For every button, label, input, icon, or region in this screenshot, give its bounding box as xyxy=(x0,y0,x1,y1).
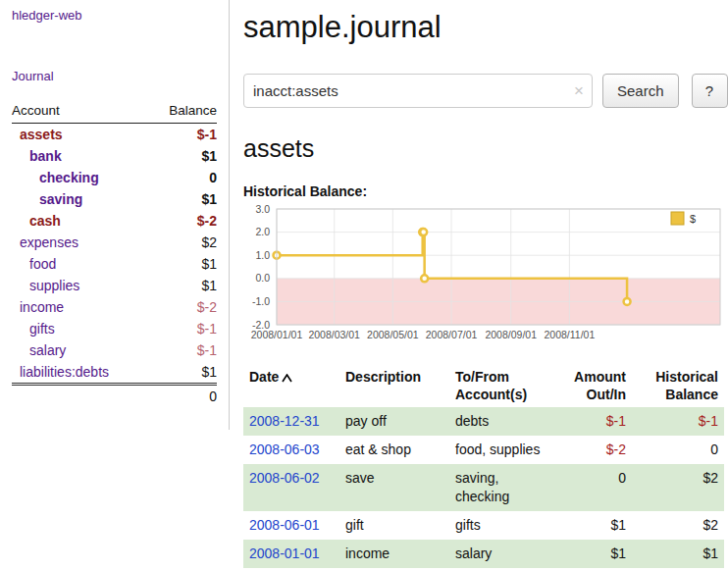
legend-swatch xyxy=(671,212,684,225)
historical-balance-chart: 3.02.01.00.0-1.0-2.02008/01/012008/03/01… xyxy=(243,203,728,352)
register-header-date[interactable]: Date xyxy=(243,364,339,407)
account-link[interactable]: cash xyxy=(29,213,61,229)
chart-legend: $ xyxy=(667,210,718,230)
account-link[interactable]: expenses xyxy=(20,234,78,250)
svg-text:-1.0: -1.0 xyxy=(252,295,270,307)
account-link[interactable]: saving xyxy=(39,191,82,207)
account-link[interactable]: bank xyxy=(29,148,62,164)
accounts-table: Account Balance assets$-1bank$1checking0… xyxy=(12,99,217,407)
transaction-balance: $2 xyxy=(632,511,724,540)
account-row: salary$-1 xyxy=(12,339,217,361)
account-link[interactable]: checking xyxy=(39,170,99,185)
transaction-date-cell: 2008-06-01 xyxy=(243,511,339,540)
transaction-date-link[interactable]: 2008-12-31 xyxy=(249,413,320,429)
svg-text:2008/01/01: 2008/01/01 xyxy=(251,329,303,340)
transaction-date-cell: 2008-12-31 xyxy=(243,407,339,436)
historical-balance-chart-svg: 3.02.01.00.0-1.0-2.02008/01/012008/03/01… xyxy=(243,203,724,348)
accounts-header-row: Account Balance xyxy=(12,99,217,124)
account-name-cell: cash xyxy=(12,210,149,232)
account-balance: $-1 xyxy=(149,124,217,146)
transaction-balance: $-1 xyxy=(632,407,724,436)
transaction-accounts: salary xyxy=(449,540,551,568)
search-button[interactable]: Search xyxy=(602,74,679,108)
accounts-total-row: 0 xyxy=(12,385,217,408)
svg-text:0.0: 0.0 xyxy=(255,272,270,284)
main-content: sample.journal × Search ? assets Histori… xyxy=(229,0,728,568)
account-row: supplies$1 xyxy=(12,275,217,296)
transaction-amount: $1 xyxy=(551,511,632,540)
account-heading: assets xyxy=(243,134,728,163)
account-row: assets$-1 xyxy=(12,124,217,146)
account-link[interactable]: assets xyxy=(20,127,63,142)
transaction-amount: $1 xyxy=(551,540,632,568)
transaction-date-link[interactable]: 2008-06-02 xyxy=(249,470,320,486)
svg-text:2008/07/01: 2008/07/01 xyxy=(426,329,478,340)
transaction-balance: $2 xyxy=(632,464,724,511)
account-link[interactable]: income xyxy=(20,299,64,315)
transaction-description: eat & shop xyxy=(339,436,449,464)
account-row: checking0 xyxy=(12,167,217,188)
transaction-date-cell: 2008-06-02 xyxy=(243,464,339,511)
account-name-cell: gifts xyxy=(12,318,149,339)
account-row: expenses$2 xyxy=(12,232,217,253)
transaction-accounts: food, supplies xyxy=(449,436,551,464)
accounts-table-body: assets$-1bank$1checking0saving$1cash$-2e… xyxy=(12,124,217,385)
register-row: 2008-06-03eat & shopfood, supplies$-20 xyxy=(243,436,724,464)
account-name-cell: checking xyxy=(12,167,149,188)
svg-text:2008/05/01: 2008/05/01 xyxy=(367,329,419,340)
sort-ascending-icon xyxy=(282,369,292,387)
account-balance: $2 xyxy=(149,232,217,253)
account-balance: $-1 xyxy=(149,339,217,361)
transaction-balance: $1 xyxy=(632,540,724,568)
account-link[interactable]: food xyxy=(29,256,56,272)
svg-text:2008/03/01: 2008/03/01 xyxy=(308,329,360,340)
accounts-header-balance: Balance xyxy=(149,99,217,124)
account-row: bank$1 xyxy=(12,145,217,167)
register-table-body: 2008-12-31pay offdebts$-1$-12008-06-03ea… xyxy=(243,407,724,567)
transaction-description: save xyxy=(339,464,449,511)
account-name-cell: liabilities:debts xyxy=(12,361,149,385)
register-row: 2008-12-31pay offdebts$-1$-1 xyxy=(243,407,724,436)
search-input-wrap: × xyxy=(243,74,593,108)
account-link[interactable]: gifts xyxy=(29,321,55,337)
transaction-amount: 0 xyxy=(551,464,632,511)
register-header-description: Description xyxy=(339,364,449,407)
page-title: sample.journal xyxy=(243,10,728,45)
register-row: 2008-01-01incomesalary$1$1 xyxy=(243,540,724,568)
account-name-cell: supplies xyxy=(12,275,149,296)
account-row: food$1 xyxy=(12,253,217,275)
account-link[interactable]: supplies xyxy=(29,278,79,293)
svg-text:2.0: 2.0 xyxy=(255,226,270,237)
clear-search-icon[interactable]: × xyxy=(574,80,584,100)
app-title-link[interactable]: hledger-web xyxy=(12,8,217,23)
transaction-date-link[interactable]: 2008-01-01 xyxy=(249,545,320,561)
account-balance: $1 xyxy=(149,361,217,385)
account-balance: $1 xyxy=(149,145,217,167)
account-balance: $1 xyxy=(149,253,217,275)
help-button[interactable]: ? xyxy=(692,74,728,108)
search-input[interactable] xyxy=(243,74,593,108)
account-link[interactable]: salary xyxy=(29,342,66,358)
transaction-date-link[interactable]: 2008-06-01 xyxy=(249,517,320,533)
transaction-accounts: gifts xyxy=(449,511,551,540)
register-header-date-label: Date xyxy=(249,369,279,385)
register-header-row: Date Description To/From Account(s) Amou… xyxy=(243,364,724,407)
register-header-amount: Amount Out/In xyxy=(551,364,632,407)
sidebar: hledger-web Journal Account Balance asse… xyxy=(0,0,229,568)
svg-text:1.0: 1.0 xyxy=(255,249,270,261)
search-bar: × Search ? xyxy=(243,74,728,108)
transaction-accounts: debts xyxy=(449,407,551,436)
app: hledger-web Journal Account Balance asse… xyxy=(0,0,728,568)
account-name-cell: bank xyxy=(12,145,149,167)
svg-text:2008/09/01: 2008/09/01 xyxy=(485,329,537,340)
account-balance: $-2 xyxy=(149,296,217,318)
account-link[interactable]: liabilities:debts xyxy=(20,364,109,380)
accounts-header-account: Account xyxy=(12,99,149,124)
register-header-balance: Historical Balance xyxy=(632,364,724,407)
transaction-amount: $-2 xyxy=(551,436,632,464)
account-name-cell: saving xyxy=(12,188,149,210)
transaction-accounts: saving, checking xyxy=(449,464,551,511)
account-row: saving$1 xyxy=(12,188,217,210)
journal-link[interactable]: Journal xyxy=(12,69,217,83)
transaction-date-link[interactable]: 2008-06-03 xyxy=(249,441,320,457)
